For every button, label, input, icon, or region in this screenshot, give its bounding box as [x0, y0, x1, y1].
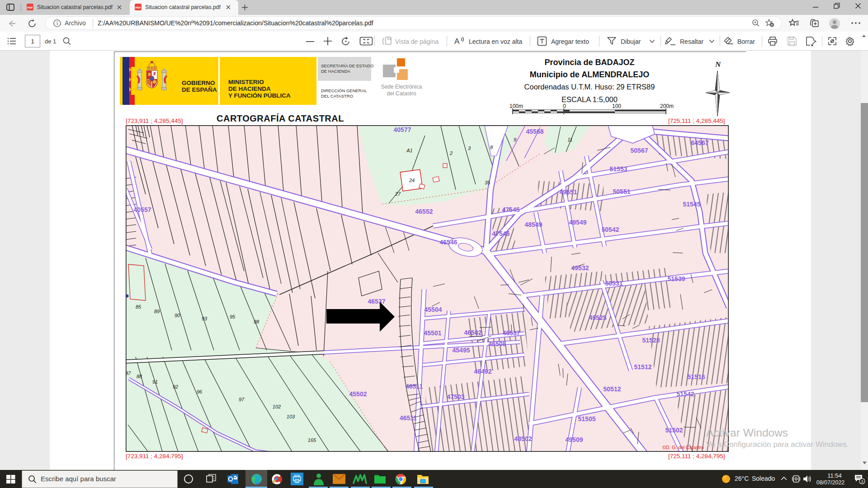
svg-text:49549: 49549	[569, 219, 587, 226]
svg-text:50512: 50512	[604, 385, 621, 393]
svg-text:90: 90	[175, 313, 180, 318]
svg-text:50567: 50567	[631, 147, 648, 154]
svg-text:102: 102	[273, 404, 281, 409]
svg-text:48502: 48502	[514, 435, 532, 442]
svg-text:50531: 50531	[605, 280, 623, 287]
svg-text:51516: 51516	[688, 373, 705, 380]
svg-text:11: 11	[567, 137, 572, 142]
svg-text:24: 24	[409, 178, 415, 183]
svg-text:45504: 45504	[425, 306, 442, 313]
svg-text:A1: A1	[406, 148, 412, 153]
svg-text:98: 98	[254, 319, 259, 324]
svg-text:46511: 46511	[406, 383, 423, 390]
svg-text:40577: 40577	[394, 126, 411, 133]
svg-text:0: 0	[563, 103, 566, 109]
svg-text:85: 85	[136, 304, 142, 310]
svg-text:51505: 51505	[578, 415, 596, 422]
svg-text:DE HACIENDA: DE HACIENDA	[228, 85, 271, 92]
svg-text:MINISTERIO: MINISTERIO	[228, 79, 264, 85]
svg-text:A: A	[454, 37, 460, 46]
svg-text:200m: 200m	[660, 103, 674, 109]
svg-text:46502: 46502	[464, 329, 482, 336]
svg-text:46511: 46511	[400, 414, 417, 422]
svg-text:100: 100	[612, 103, 621, 109]
svg-text:95: 95	[230, 314, 236, 319]
svg-text:47545: 47545	[502, 206, 520, 213]
svg-text:48549: 48549	[525, 221, 542, 228]
svg-text:2: 2	[449, 150, 453, 156]
svg-text:GOBIERNO: GOBIERNO	[182, 80, 215, 86]
svg-text:51512: 51512	[634, 363, 652, 371]
svg-text:46492: 46492	[474, 368, 492, 375]
svg-text:Y FUNCIÓN PÚBLICA: Y FUNCIÓN PÚBLICA	[228, 92, 291, 99]
svg-text:88: 88	[137, 374, 142, 379]
svg-text:51528: 51528	[642, 337, 660, 344]
svg-text:35: 35	[485, 180, 491, 185]
svg-text:49509: 49509	[566, 436, 583, 443]
svg-text:45568: 45568	[526, 128, 544, 135]
svg-text:3: 3	[468, 145, 471, 151]
svg-text:49532: 49532	[571, 264, 589, 272]
svg-text:40557: 40557	[134, 206, 151, 213]
svg-text:165: 165	[308, 437, 316, 443]
svg-text:PDF: PDF	[135, 6, 141, 9]
svg-text:DE ESPAÑA: DE ESPAÑA	[182, 86, 217, 93]
svg-text:46552: 46552	[415, 208, 433, 215]
svg-text:91: 91	[152, 379, 158, 385]
svg-text:47546: 47546	[492, 230, 510, 237]
svg-text:45502: 45502	[349, 390, 367, 398]
svg-text:100m: 100m	[509, 103, 523, 109]
svg-text:96: 96	[197, 389, 203, 394]
svg-text:46537: 46537	[368, 298, 386, 305]
svg-text:51539: 51539	[668, 275, 685, 282]
svg-text:50542: 50542	[602, 226, 619, 233]
svg-text:3: 3	[861, 479, 863, 484]
svg-text:PDF: PDF	[27, 6, 33, 9]
svg-text:N: N	[715, 60, 721, 69]
svg-text:8: 8	[490, 145, 493, 150]
svg-text:49551: 49551	[560, 188, 577, 196]
svg-text:92: 92	[173, 384, 178, 389]
svg-text:49525: 49525	[589, 314, 607, 321]
svg-text:51545: 51545	[683, 201, 701, 208]
svg-text:45501: 45501	[424, 329, 442, 337]
svg-text:27: 27	[395, 191, 401, 197]
svg-text:51553: 51553	[610, 165, 627, 173]
svg-text:50551: 50551	[613, 188, 631, 195]
svg-text:51542: 51542	[677, 390, 694, 398]
svg-text:51502: 51502	[665, 427, 683, 434]
svg-text:97: 97	[239, 397, 245, 402]
svg-text:64567: 64567	[691, 139, 709, 146]
svg-text:87: 87	[126, 371, 131, 376]
svg-text:45495: 45495	[453, 347, 470, 354]
svg-text:46537: 46537	[503, 329, 520, 337]
svg-text:©D. G. del Catastro: ©D. G. del Catastro	[662, 445, 704, 450]
svg-text:46546: 46546	[440, 239, 458, 246]
svg-text:47503: 47503	[447, 393, 465, 400]
svg-text:103: 103	[287, 414, 295, 419]
svg-text:93: 93	[202, 316, 208, 321]
svg-text:46508: 46508	[489, 340, 506, 347]
svg-text:9: 9	[514, 137, 516, 142]
svg-text:89: 89	[154, 309, 160, 314]
